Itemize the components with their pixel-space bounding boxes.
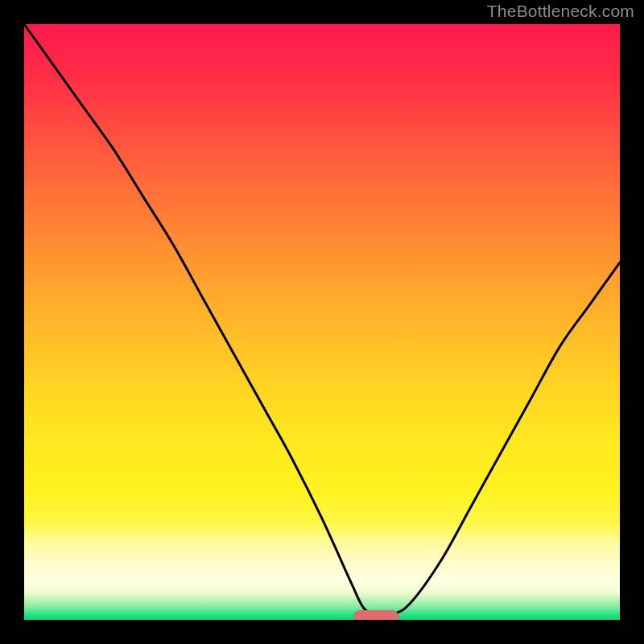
plot-area bbox=[24, 24, 620, 620]
chart-frame: TheBottleneck.com bbox=[0, 0, 644, 644]
curve-layer bbox=[24, 24, 620, 620]
watermark-text: TheBottleneck.com bbox=[487, 2, 634, 21]
optimal-range-marker bbox=[353, 610, 398, 620]
bottleneck-curve bbox=[24, 24, 620, 615]
